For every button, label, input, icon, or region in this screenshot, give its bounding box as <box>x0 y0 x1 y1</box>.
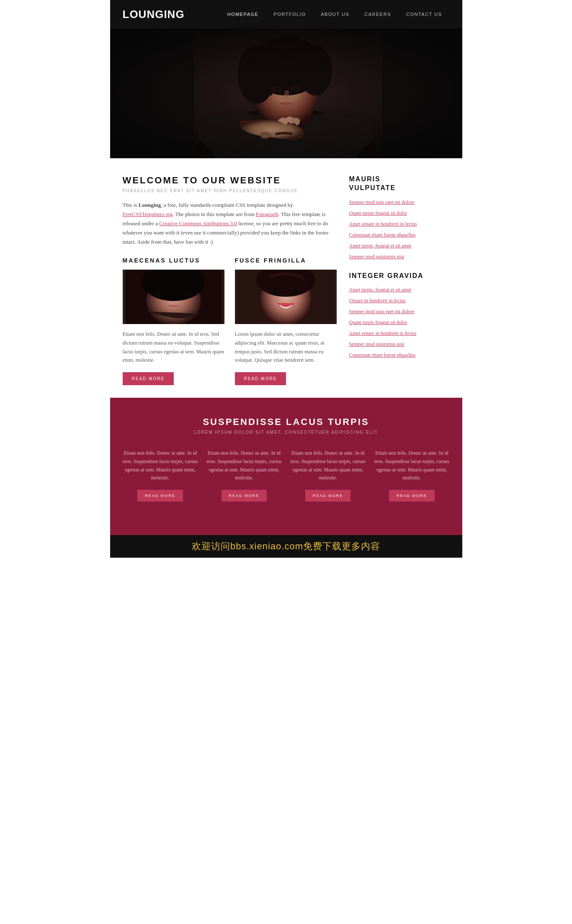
sidebar-link-1-4[interactable]: Consequat etiam lorem phasellus <box>349 232 450 238</box>
svg-point-27 <box>291 289 299 295</box>
sidebar-link-1-1[interactable]: Semper mod quis eget mi dolore <box>349 199 450 206</box>
sidebar-link-2-3[interactable]: Semper mod quis eget mi dolore <box>349 309 450 315</box>
site-header: LOUNGING HOMEPAGE PORTFOLIO ABOUT US CAR… <box>110 0 462 28</box>
nav-about[interactable]: ABOUT US <box>313 0 357 28</box>
dark-section-subtitle: LOREM IPSUM DOLOR SIT AMET, CONSECTETUER… <box>123 430 450 435</box>
dark-col-2-text: Etiam non felis. Donec ut ante. In id er… <box>206 449 282 482</box>
main-nav: HOMEPAGE PORTFOLIO ABOUT US CAREERS CONT… <box>220 0 450 28</box>
hero-banner <box>110 28 462 158</box>
sidebar-link-2-6[interactable]: Semper mod quisturpis nisi <box>349 341 450 347</box>
nav-careers[interactable]: CAREERS <box>357 0 399 28</box>
col1-text: Etiam non felis. Donec ut ante. In id er… <box>123 330 224 365</box>
dark-col-1: Etiam non felis. Donec ut ante. In id er… <box>123 449 198 502</box>
dark-col-1-btn[interactable]: READ MORE <box>137 490 183 502</box>
col2-text: Lorem ipsum dolor sit amet, consectetur … <box>235 330 337 365</box>
dark-section-title: SUSPENDISSE LACUS TURPIS <box>123 417 450 427</box>
dark-col-2-btn[interactable]: READ MORE <box>222 490 267 502</box>
sidebar-link-2-5[interactable]: Amet ornare in hendrent in lectus <box>349 330 450 337</box>
sidebar-link-1-5[interactable]: Amet turpis, feugiat et sit amet <box>349 243 450 249</box>
dark-col-3: Etiam non felis. Donec ut ante. In id er… <box>290 449 366 502</box>
sidebar-section-mauris: MAURISVULPUTATE Semper mod quis eget mi … <box>349 175 450 260</box>
left-column: WELCOME TO OUR WEBSITE PHASELLUS NEC ERA… <box>123 175 337 385</box>
svg-rect-16 <box>110 28 462 158</box>
svg-point-21 <box>182 292 190 297</box>
sidebar-link-2-7[interactable]: Consequat etiam lorem phasellus <box>349 352 450 358</box>
col1-image <box>123 270 224 324</box>
sidebar-link-1-2[interactable]: Quam turpis feugiat sit dolor <box>349 210 450 216</box>
right-sidebar: MAURISVULPUTATE Semper mod quis eget mi … <box>349 175 450 385</box>
column-maecenas: MAECENAS LUCTUS <box>123 257 224 385</box>
footer-text: 欢迎访问bbs.xieniao.com免费下载更多内容 <box>192 541 380 551</box>
dark-col-3-text: Etiam non felis. Donec ut ante. In id er… <box>290 449 366 482</box>
sidebar-link-2-2[interactable]: Ornare in hendrerit in lectus <box>349 298 450 304</box>
dark-col-4-text: Etiam non felis. Donec ut ante. In id er… <box>374 449 449 482</box>
fotograph-link[interactable]: Fotograph <box>256 211 278 217</box>
sidebar-link-1-6[interactable]: Semper mod quisturpis nisi <box>349 254 450 260</box>
dark-col-1-text: Etiam non felis. Donec ut ante. In id er… <box>123 449 198 482</box>
svg-point-26 <box>271 290 279 296</box>
column-fusce: FUSCE FRINGILLA <box>235 257 337 385</box>
nav-contact[interactable]: CONTACT US <box>399 0 450 28</box>
col2-read-more[interactable]: READ MORE <box>235 372 286 385</box>
welcome-text: This is Lounging, a free, fully standard… <box>123 201 337 247</box>
footer-banner: 欢迎访问bbs.xieniao.com免费下载更多内容 <box>110 535 462 558</box>
main-content: WELCOME TO OUR WEBSITE PHASELLUS NEC ERA… <box>110 158 462 398</box>
sidebar-section-integer: INTEGER GRAVIDA Amet turpis, feugiat et … <box>349 272 450 359</box>
col1-read-more[interactable]: READ MORE <box>123 372 174 385</box>
cc-link[interactable]: Creative Commons Attributions 3.0 <box>159 220 237 226</box>
col2-title: FUSCE FRINGILLA <box>235 257 337 264</box>
dark-col-3-btn[interactable]: READ MORE <box>305 490 351 502</box>
site-logo: LOUNGING <box>123 8 185 21</box>
dark-section: SUSPENDISSE LACUS TURPIS LOREM IPSUM DOL… <box>110 398 462 535</box>
sidebar-link-1-3[interactable]: Amet ornare in hendrerit in lectus <box>349 221 450 227</box>
dark-four-columns: Etiam non felis. Donec ut ante. In id er… <box>123 449 450 502</box>
sidebar-link-2-1[interactable]: Amet turpis, feugiat et sit amet <box>349 287 450 293</box>
freecss-link[interactable]: FreeCSSTemplates.org <box>123 211 173 217</box>
col1-title: MAECENAS LUCTUS <box>123 257 224 264</box>
welcome-title: WELCOME TO OUR WEBSITE <box>123 175 337 186</box>
sidebar-link-2-4[interactable]: Quam turpis feugiat sit dolor <box>349 319 450 326</box>
sidebar-title-1: MAURISVULPUTATE <box>349 175 450 193</box>
dark-col-2: Etiam non felis. Donec ut ante. In id er… <box>206 449 282 502</box>
svg-point-20 <box>155 292 163 297</box>
hero-image <box>110 28 462 158</box>
dark-col-4-btn[interactable]: READ MORE <box>389 490 435 502</box>
dark-col-4: Etiam non felis. Donec ut ante. In id er… <box>374 449 449 502</box>
nav-homepage[interactable]: HOMEPAGE <box>220 0 266 28</box>
two-columns: MAECENAS LUCTUS <box>123 257 337 385</box>
nav-portfolio[interactable]: PORTFOLIO <box>266 0 313 28</box>
col2-image <box>235 270 337 324</box>
welcome-subtitle: PHASELLUS NEC ERAT SIT AMET NIBH PELLENT… <box>123 188 337 193</box>
sidebar-title-2: INTEGER GRAVIDA <box>349 272 450 281</box>
